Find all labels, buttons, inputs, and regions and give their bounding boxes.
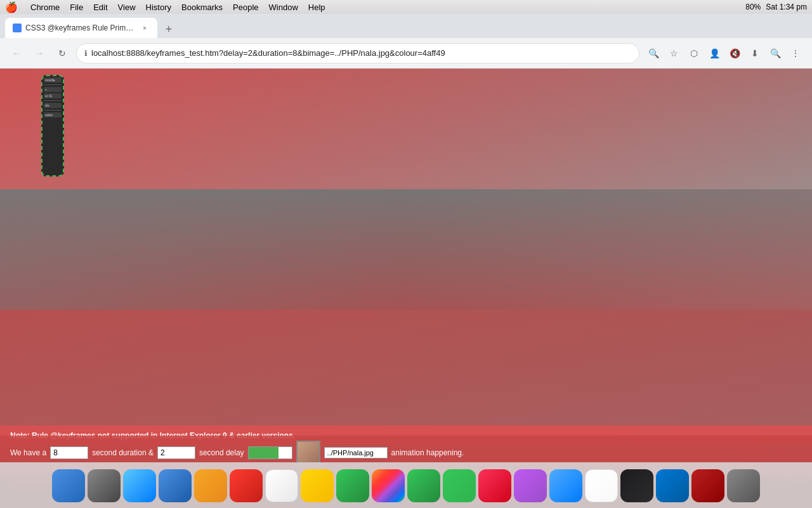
menubar-bookmarks[interactable]: Bookmarks (181, 3, 223, 12)
search-button[interactable]: 🔍 (766, 44, 784, 62)
popup-divider-2 (44, 100, 62, 101)
tab-favicon (13, 23, 22, 32)
dock-icon-podcasts[interactable] (514, 469, 547, 502)
delay-input[interactable] (157, 446, 195, 459)
dock-icon-facetime[interactable] (407, 469, 440, 502)
tab-title: CSS3 @keyframes Rule Prime… (25, 23, 136, 32)
dock-icon-launchpad[interactable] (88, 469, 121, 502)
url-text: localhost:8888/keyframes_test.htm?delay=… (91, 48, 631, 58)
apple-menu-icon[interactable]: 🍎 (5, 1, 18, 13)
dock-icon-appstore[interactable] (549, 469, 582, 502)
controls-suffix: animation happening. (391, 448, 464, 457)
tab-bar: CSS3 @keyframes Rule Prime… × + (0, 14, 812, 38)
menubar-edit[interactable]: Edit (93, 3, 107, 12)
web-content: mozilla + or 31 rks ookm Note: Rule @key… (0, 69, 812, 508)
new-tab-button[interactable]: + (160, 20, 178, 38)
popup-row-5: ookm (44, 112, 62, 117)
image-preview-inner (298, 442, 319, 464)
battery-indicator: 80% (745, 3, 761, 11)
animation-overlay-1 (0, 69, 812, 189)
image-preview (296, 441, 320, 465)
url-bar[interactable]: ℹ localhost:8888/keyframes_test.htm?dela… (76, 43, 639, 64)
download-button[interactable]: ⬇ (746, 44, 764, 62)
popup-row-4: rks (44, 103, 62, 108)
back-button[interactable]: ← (8, 44, 25, 62)
menubar: 🍎 Chrome File Edit View History Bookmark… (0, 0, 812, 14)
dock-icon-reminders[interactable] (265, 469, 298, 502)
dock (0, 462, 812, 508)
dock-icon-safari[interactable] (123, 469, 156, 502)
reload-button[interactable]: ↻ (53, 44, 71, 62)
duration-input[interactable] (50, 446, 88, 459)
menubar-help[interactable]: Help (308, 3, 325, 12)
forward-button[interactable]: → (30, 44, 48, 62)
tab-close-button[interactable]: × (140, 23, 150, 33)
controls-prefix: We have a (10, 448, 46, 457)
popup-row-2: + (44, 87, 62, 92)
dock-icon-music[interactable] (478, 469, 511, 502)
animation-section-1 (0, 69, 812, 189)
lock-icon: ℹ (84, 49, 88, 58)
filename-display: ../PHP/nala.jpg (324, 447, 388, 458)
browser-popup-inner: mozilla + or 31 rks ookm (43, 76, 63, 175)
menu-button[interactable]: ⋮ (787, 44, 804, 62)
dock-icon-terminal[interactable] (620, 469, 653, 502)
dock-icon-messages[interactable] (443, 469, 476, 502)
popup-row-3: or 31 (44, 93, 62, 98)
dock-icon-chrome[interactable] (585, 469, 618, 502)
bookmark-button[interactable]: ☆ (665, 44, 683, 62)
dock-icon-contacts[interactable] (194, 469, 227, 502)
mute-button[interactable]: 🔇 (726, 44, 743, 62)
popup-divider-1 (44, 84, 62, 85)
cast-button[interactable]: ⬡ (685, 44, 703, 62)
dock-icon-photos[interactable] (372, 469, 405, 502)
address-bar: ← → ↻ ℹ localhost:8888/keyframes_test.ht… (0, 38, 812, 69)
toolbar-icons: 🔍 ☆ ⬡ 👤 🔇 ⬇ 🔍 ⋮ (645, 44, 804, 62)
dock-icon-filezilla[interactable] (691, 469, 724, 502)
profile-button[interactable]: 👤 (705, 44, 723, 62)
dock-icon-finder[interactable] (52, 469, 85, 502)
progress-bar-container (248, 446, 292, 459)
zoom-button[interactable]: 🔍 (645, 44, 662, 62)
browser-popup: mozilla + or 31 rks ookm (41, 75, 64, 177)
menubar-window[interactable]: Window (269, 3, 298, 12)
menubar-people[interactable]: People (233, 3, 258, 12)
dock-icon-mail[interactable] (159, 469, 192, 502)
progress-bar (249, 447, 279, 458)
menubar-chrome[interactable]: Chrome (30, 3, 60, 12)
active-tab[interactable]: CSS3 @keyframes Rule Prime… × (5, 18, 157, 38)
menubar-file[interactable]: File (70, 3, 83, 12)
menubar-history[interactable]: History (146, 3, 171, 12)
popup-divider-3 (44, 110, 62, 110)
dock-icon-settings[interactable] (727, 469, 760, 502)
dock-icon-notes[interactable] (301, 469, 334, 502)
chrome-window: CSS3 @keyframes Rule Prime… × + ← → ↻ ℹ … (0, 14, 812, 508)
menubar-right: 80% Sat 1:34 pm (745, 3, 807, 11)
controls-duration-label: second duration & (92, 448, 154, 457)
dock-icon-vscode[interactable] (656, 469, 689, 502)
popup-row-1: mozilla (44, 77, 62, 83)
dock-icon-calendar[interactable] (230, 469, 263, 502)
animation-gray-1 (0, 189, 812, 310)
controls-delay-label: second delay (199, 448, 244, 457)
clock: Sat 1:34 pm (766, 3, 807, 11)
menubar-view[interactable]: View (118, 3, 136, 12)
dock-icon-maps[interactable] (336, 469, 369, 502)
